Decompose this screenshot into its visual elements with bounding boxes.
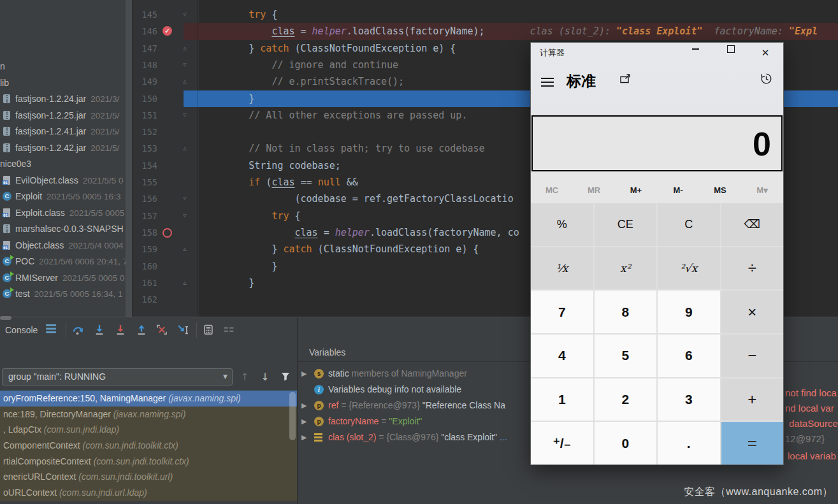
fold-marker-icon[interactable]: ▵ [180,73,189,90]
calc-key[interactable]: ²√x [658,247,720,290]
tree-item[interactable]: 01Exploit.class2021/5/5 0005 [0,205,133,222]
minimize-button[interactable] [679,43,711,63]
calc-key[interactable]: 3 [658,378,720,421]
layout-icon[interactable] [223,324,235,336]
calc-key[interactable]: ÷ [721,247,784,290]
memory-button-ms[interactable]: MS [699,179,741,202]
expand-arrow-icon[interactable]: ▶ [301,398,307,414]
memory-button-m-[interactable]: M- [657,179,699,202]
memory-button-mr[interactable]: MR [573,179,615,202]
frame-up-icon[interactable]: ↑ [236,368,253,385]
tree-item[interactable]: 01Object.class2021/5/4 0004 [0,238,133,254]
calc-key[interactable]: % [531,203,593,246]
frame-row[interactable]: oURLContext (com.sun.jndi.url.ldap) [0,485,297,501]
code-line: try { [203,6,277,23]
calc-key[interactable]: 1 [531,378,593,421]
calc-key[interactable]: 4 [531,335,593,377]
code-token [203,110,249,121]
fold-marker-icon[interactable]: ▵ [180,275,189,291]
calc-key[interactable]: 7 [531,291,593,333]
calc-key[interactable]: 8 [595,291,657,333]
calculator-mode[interactable]: 标准 [567,69,596,92]
tree-horizontal-scrollbar[interactable] [0,316,11,320]
calc-key[interactable]: = [721,422,784,464]
calc-key[interactable]: 0 [595,422,657,464]
force-step-into-icon[interactable] [115,324,126,336]
code-token: (ClassNotFoundException e) { [312,243,479,255]
calc-key[interactable]: ⅟x [531,247,593,290]
memory-button-m[interactable]: M▾ [741,179,783,202]
calc-key[interactable]: x² [595,247,657,290]
tab-console[interactable]: Console [5,317,38,343]
line-number: 152 [133,124,157,140]
frame-down-icon[interactable]: ↓ [257,368,273,385]
calc-key[interactable]: C [658,203,720,246]
calc-key[interactable]: ⁺/₋ [531,422,593,464]
tree-item[interactable]: lib [0,75,133,92]
memory-button-m+[interactable]: M+ [615,179,657,202]
frame-row[interactable]: ComponentContext (com.sun.jndi.toolkit.c… [0,438,297,454]
run-to-cursor-icon[interactable] [177,324,189,336]
frame-row[interactable]: nce:189, DirectoryManager (javax.naming.… [0,407,297,422]
static-icon: s [314,369,324,378]
calc-key[interactable]: 5 [595,335,657,377]
frame-row[interactable]: , LdapCtx (com.sun.jndi.ldap) [0,422,297,438]
tree-scrollbar[interactable] [126,0,132,317]
maximize-button[interactable] [715,43,747,63]
calc-key[interactable]: + [721,378,784,421]
step-into-icon[interactable] [94,324,105,336]
calc-key[interactable]: − [721,335,784,377]
tree-item[interactable]: fastjson-1.2.25.jar2021/5/ [0,108,133,124]
fold-marker-icon[interactable]: ▵ [180,140,189,157]
fold-marker-icon[interactable]: ▵ [180,241,189,257]
memory-button-mc[interactable]: MC [531,179,573,202]
calculator-window[interactable]: 计算器 ✕ 标准 0 MCMRM+M-MSM▾ %CEC⌫⅟xx²²√x÷789… [530,42,784,465]
frame-row[interactable]: enericURLContext (com.sun.jndi.toolkit.u… [0,469,297,485]
calc-key[interactable]: ⌫ [721,203,784,246]
evaluate-expression-icon[interactable] [203,324,214,336]
tree-item[interactable]: n [0,59,133,75]
expand-arrow-icon[interactable]: ▶ [301,429,307,445]
tree-item[interactable]: fastjson-1.2.42.jar2021/5/ [0,140,133,157]
tree-item[interactable]: CPOC2021/5/6 0006 20:41, 7 [0,254,133,270]
threads-dropdown[interactable]: group "main": RUNNING ▼ [2,368,233,385]
calc-key[interactable]: . [658,422,720,464]
close-button[interactable]: ✕ [749,43,781,63]
tree-item[interactable]: nice0e3 [0,156,133,173]
tree-item[interactable]: CRMIServer2021/5/5 0005 0 [0,270,133,287]
drop-frame-icon[interactable] [156,324,168,336]
frames-list[interactable]: oryFromReference:150, NamingManager (jav… [0,391,297,501]
fold-marker-icon[interactable]: ▿ [180,191,189,207]
tree-item[interactable]: fastjson-1.2.41.jar2021/5/ [0,124,133,140]
fold-marker-icon[interactable]: ▿ [180,107,189,124]
frame-row[interactable]: rtialCompositeContext (com.sun.jndi.tool… [0,454,297,470]
jar-file-icon [3,94,12,104]
calc-key[interactable]: 2 [595,378,657,421]
expand-arrow-icon[interactable]: ▶ [301,414,307,429]
tree-item[interactable]: 01EvilObject.class2021/5/5 0 [0,173,133,189]
calc-key[interactable]: 6 [658,335,720,377]
expand-arrow-icon[interactable]: ▶ [301,366,307,382]
calc-key[interactable]: × [721,291,784,333]
calc-key[interactable]: CE [595,203,657,246]
fold-marker-icon[interactable]: ▿ [180,208,189,224]
keep-on-top-icon[interactable] [620,74,632,87]
breakpoint-icon[interactable] [163,228,172,238]
history-icon[interactable] [760,72,773,88]
calc-key[interactable]: 9 [658,291,720,333]
frame-row[interactable]: oryFromReference:150, NamingManager (jav… [0,391,297,407]
menu-icon[interactable] [541,78,554,89]
tree-item[interactable]: CExploit2021/5/5 0005 16:3 [0,189,133,205]
step-over-icon[interactable] [72,324,83,336]
fold-marker-icon[interactable]: ▵ [180,40,189,57]
filter-icon[interactable] [277,368,294,385]
frames-scrollbar[interactable] [289,392,296,440]
tree-item[interactable]: fastjson-1.2.24.jar2021/3/ [0,91,133,108]
fold-marker-icon[interactable]: ▿ [180,57,189,73]
project-tree[interactable]: nlibfastjson-1.2.24.jar2021/3/fastjson-1… [0,0,133,317]
tree-item[interactable]: marshalsec-0.0.3-SNAPSH [0,221,133,238]
tree-item[interactable]: Ctest2021/5/5 0005 16:34, 1 [0,286,133,303]
fold-marker-icon[interactable]: ▿ [180,6,189,23]
menu-icon[interactable] [46,324,57,336]
step-out-icon[interactable] [136,324,147,336]
